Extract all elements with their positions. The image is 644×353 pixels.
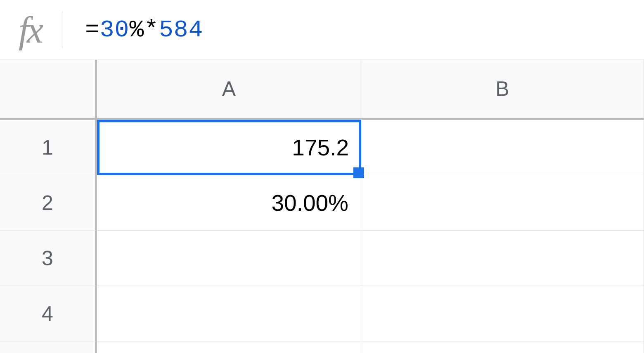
row-header-4[interactable]: 4	[0, 286, 97, 341]
cell-value: 175.2	[292, 134, 349, 161]
cell-a5[interactable]	[97, 341, 361, 353]
cell-b5[interactable]	[361, 341, 644, 353]
column-header-a[interactable]: A	[97, 60, 361, 120]
cell-b1[interactable]	[361, 120, 644, 175]
formula-input[interactable]: =30%*584	[85, 17, 203, 43]
select-all-corner[interactable]	[0, 60, 97, 120]
cell-a4[interactable]	[97, 286, 361, 341]
cell-a2[interactable]: 30.00%	[97, 175, 361, 231]
formula-separator	[62, 11, 62, 48]
fx-icon: fx	[19, 9, 41, 51]
cell-b4[interactable]	[361, 286, 644, 341]
row-header-3[interactable]: 3	[0, 231, 97, 286]
cell-b2[interactable]	[361, 175, 644, 231]
row-header-2[interactable]: 2	[0, 175, 97, 231]
cell-a3[interactable]	[97, 231, 361, 286]
row-header-1[interactable]: 1	[0, 120, 97, 175]
column-header-b[interactable]: B	[361, 60, 644, 120]
fill-handle[interactable]	[353, 167, 364, 178]
formula-bar: fx =30%*584	[0, 0, 644, 60]
cell-b3[interactable]	[361, 231, 644, 286]
row-header-5[interactable]: 5	[0, 341, 97, 353]
spreadsheet-grid: A B 1 175.2 2 30.00% 3 4 5	[0, 60, 644, 353]
cell-a1[interactable]: 175.2	[97, 120, 361, 175]
